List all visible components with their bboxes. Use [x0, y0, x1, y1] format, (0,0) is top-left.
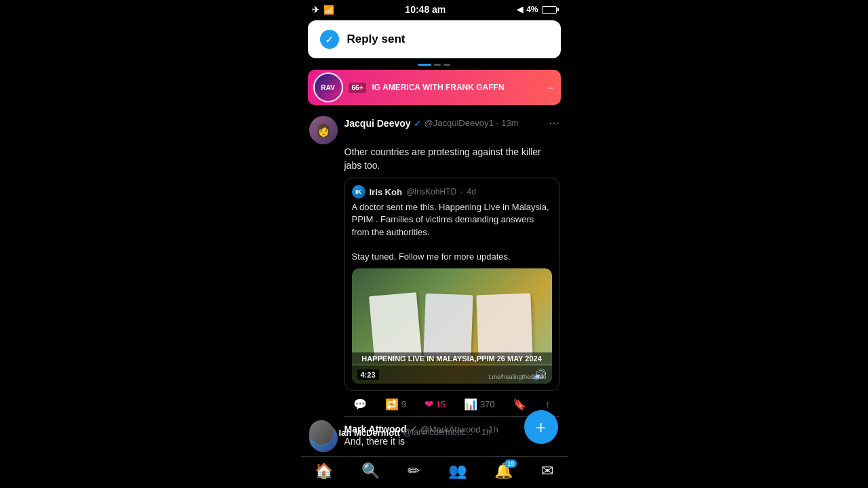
tweet-header: 👩 Jacqui Deevoy ✓ @JacquiDeevoy1 · 13m ·… [309, 116, 559, 144]
share-icon: ↑ [545, 399, 550, 411]
verified-badge: ✓ [414, 118, 422, 129]
nav-mail-icon[interactable]: ✉ [541, 462, 553, 480]
avatar-jacqui[interactable]: 👩 [309, 116, 338, 144]
progress-dot-active [418, 64, 431, 66]
board-1 [369, 292, 422, 361]
views-count: 370 [480, 399, 495, 409]
qt-text: A doctor sent me this. Happening Live in… [352, 201, 552, 263]
tweet-text: Other countries are protesting against t… [344, 146, 559, 172]
tweet-handle[interactable]: @JacquiDeevoy1 [425, 118, 494, 128]
qt-header: IK Iris Koh @IrisKohHTD · 4d [352, 185, 552, 199]
qt-dot: · [460, 187, 462, 197]
nav-search-icon[interactable]: 🔍 [361, 462, 380, 480]
tweet-actions: 💬 🔁 9 ❤ 15 📊 370 🔖 ↑ [344, 391, 559, 417]
live-viewer-count: 66+ [349, 83, 367, 93]
qt-author-name: Iris Koh [370, 187, 402, 197]
footer-time: 1h [481, 428, 490, 437]
status-right: ◀ 4% [517, 5, 556, 14]
live-banner[interactable]: RAV 66+ IG AMERICA WITH FRANK GAFFN ··· [308, 70, 561, 105]
views-icon: 📊 [464, 398, 477, 411]
reply-icon: 💬 [353, 398, 367, 411]
live-channel-name: IG AMERICA WITH FRANK GAFFN [372, 83, 541, 92]
qt-avatar: IK [352, 185, 366, 199]
board-3 [476, 293, 532, 359]
tweet-jacqui: 👩 Jacqui Deevoy ✓ @JacquiDeevoy1 · 13m ·… [301, 109, 568, 417]
reply-sent-toast: ✓ Reply sent [308, 20, 561, 58]
live-channel-avatar: RAV [313, 73, 343, 102]
like-count: 15 [436, 399, 446, 409]
battery-icon [542, 6, 557, 14]
progress-indicator [301, 62, 568, 68]
status-icons: ✈ 📶 [312, 5, 334, 15]
retweet-count: 9 [401, 399, 406, 409]
status-time: 10:48 am [405, 4, 446, 15]
status-bar: ✈ 📶 10:48 am ◀ 4% [301, 0, 568, 18]
notification-badge: 19 [505, 460, 517, 468]
like-button[interactable]: ❤ 15 [425, 398, 446, 411]
footer-author-name: Ian McDermott [339, 428, 400, 438]
checkmark-icon: ✓ [320, 30, 339, 49]
tweet-body: Other countries are protesting against t… [344, 146, 559, 417]
tweet-more-icon[interactable]: ··· [549, 116, 559, 130]
video-thumbnail[interactable]: HAPPENING LIVE IN MALAYSIA,PPIM 26 MAY 2… [352, 268, 552, 384]
qt-author-handle: @IrisKohHTD [406, 187, 456, 197]
quote-tweet[interactable]: IK Iris Koh @IrisKohHTD · 4d A doctor se… [344, 178, 559, 391]
avatar-ian [309, 420, 334, 445]
footer-tweet-preview[interactable]: Ian McDermott @IanmcdermottL... · 1h [301, 416, 527, 449]
share-button[interactable]: ↑ [545, 398, 550, 411]
tweet-meta: Jacqui Deevoy ✓ @JacquiDeevoy1 · 13m ··· [344, 116, 559, 130]
qt-time: 4d [467, 187, 475, 197]
tweet-separator: · [496, 118, 499, 128]
reply-button[interactable]: 💬 [353, 398, 367, 411]
tweet-time: 13m [501, 118, 518, 128]
wifi-icon: 📶 [323, 5, 334, 15]
tweet-author-name[interactable]: Jacqui Deevoy [344, 118, 411, 129]
toast-message: Reply sent [347, 33, 406, 46]
progress-dot-1 [434, 64, 441, 66]
nav-write-icon[interactable]: ✏ [408, 462, 420, 480]
bookmark-button[interactable]: 🔖 [513, 398, 526, 411]
views-button[interactable]: 📊 370 [464, 398, 495, 411]
video-watermark: t.me/healingthedivide [488, 373, 546, 380]
retweet-icon: 🔁 [385, 398, 399, 411]
location-icon: ◀ [517, 5, 523, 14]
battery-percent: 4% [526, 5, 538, 14]
compose-button[interactable]: + [524, 410, 558, 444]
bottom-navigation: 🏠 🔍 ✏ 👥 🔔 19 ✉ [301, 456, 568, 488]
footer-handle: @IanmcdermottL... [403, 428, 473, 437]
progress-dot-2 [443, 64, 450, 66]
nav-people-icon[interactable]: 👥 [448, 462, 467, 480]
phone-frame: ✈ 📶 10:48 am ◀ 4% ✓ Reply sent RAV 66+ I… [301, 0, 568, 488]
footer-meta: Ian McDermott @IanmcdermottL... · 1h [339, 428, 491, 438]
footer-separator: · [476, 428, 478, 437]
compose-icon: + [536, 417, 546, 438]
heart-icon: ❤ [425, 398, 433, 411]
nav-notifications-icon[interactable]: 🔔 19 [494, 462, 513, 480]
live-more-icon[interactable]: ··· [547, 82, 555, 93]
video-overlay-text: HAPPENING LIVE IN MALAYSIA,PPIM 26 MAY 2… [352, 352, 552, 365]
video-duration: 4:23 [357, 369, 379, 380]
nav-home-icon[interactable]: 🏠 [315, 462, 333, 480]
board-2 [423, 293, 473, 359]
bookmark-icon: 🔖 [513, 398, 526, 411]
airplane-icon: ✈ [312, 5, 319, 15]
retweet-button[interactable]: 🔁 9 [385, 398, 406, 411]
